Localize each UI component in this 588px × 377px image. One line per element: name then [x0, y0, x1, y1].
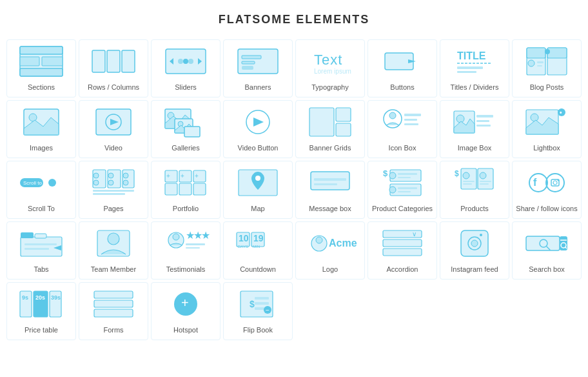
search-box-icon: [515, 226, 578, 261]
product-categories-label: Product Categories: [372, 204, 433, 213]
svg-text:$: $: [383, 168, 388, 178]
galleries-icon: [154, 105, 217, 139]
svg-rect-5: [92, 50, 105, 72]
grid-item-search-box[interactable]: Search box: [512, 221, 582, 280]
grid-item-banners[interactable]: Banners: [223, 39, 293, 97]
svg-rect-4: [20, 68, 63, 76]
grid-item-video[interactable]: Video: [79, 100, 148, 158]
svg-text:Text: Text: [314, 52, 342, 68]
grid-item-countdown[interactable]: 10 DAYS 19 MIN Countdown: [223, 221, 293, 280]
grid-item-accordion[interactable]: ∨ Accordion: [368, 221, 437, 280]
svg-rect-160: [94, 309, 133, 317]
svg-rect-114: [21, 237, 62, 256]
grid-item-icon-box[interactable]: Icon Box: [368, 100, 437, 158]
video-icon: [82, 105, 145, 139]
buttons-label: Buttons: [390, 83, 414, 92]
grid-item-pages[interactable]: Pages: [79, 161, 148, 219]
grid-item-message-box[interactable]: Message box: [295, 161, 365, 219]
svg-rect-81: [193, 183, 206, 195]
svg-point-101: [463, 172, 469, 179]
grid-item-forms[interactable]: Forms: [79, 282, 148, 340]
svg-rect-75: [93, 193, 125, 195]
grid-item-price-table[interactable]: 9s 20s 39s Price table: [6, 282, 76, 340]
grid-item-sliders[interactable]: Sliders: [151, 39, 220, 97]
lightbox-icon: •: [515, 105, 578, 139]
svg-rect-46: [336, 108, 351, 121]
svg-rect-88: [314, 178, 346, 181]
grid-item-typography[interactable]: Text Lorem ipsum Typography: [295, 39, 365, 97]
portfolio-label: Portfolio: [173, 204, 199, 213]
grid-item-portfolio[interactable]: + + + Portfolio: [151, 161, 220, 219]
grid-item-lightbox[interactable]: • Lightbox: [512, 100, 582, 158]
svg-point-135: [316, 237, 322, 243]
svg-point-70: [108, 180, 113, 185]
svg-rect-159: [94, 300, 133, 307]
svg-rect-7: [122, 50, 135, 72]
svg-point-96: [389, 187, 396, 193]
share-follow-icons-icon: f: [515, 165, 578, 200]
grid-item-titles-dividers[interactable]: TITLE Titles / Dividers: [440, 39, 509, 97]
blog-posts-label: Blog Posts: [530, 83, 564, 92]
grid-item-flip-book[interactable]: $ − Flip Book: [223, 282, 293, 340]
svg-text:MIN: MIN: [253, 245, 260, 249]
grid-item-products[interactable]: $ Products: [440, 161, 509, 219]
svg-text:•: •: [560, 109, 562, 116]
svg-rect-45: [309, 108, 334, 136]
svg-rect-106: [480, 181, 491, 182]
svg-text:+: +: [181, 296, 189, 310]
svg-text:TITLE: TITLE: [457, 50, 486, 61]
grid-item-image-box[interactable]: Image Box: [440, 100, 509, 158]
grid-item-rows-columns[interactable]: Rows / Columns: [79, 39, 148, 97]
svg-text:$: $: [250, 299, 255, 309]
tabs-label: Tabs: [34, 265, 48, 274]
grid-item-testimonials[interactable]: ★ ★ ★ Testimonials: [151, 221, 220, 280]
grid-item-blog-posts[interactable]: Blog Posts: [512, 39, 582, 97]
grid-item-hotspot[interactable]: + Hotspot: [151, 282, 220, 340]
image-box-icon: [443, 105, 506, 139]
hotspot-label: Hotspot: [173, 325, 198, 334]
svg-text:Acme: Acme: [329, 238, 357, 249]
svg-rect-102: [463, 181, 475, 182]
grid-item-galleries[interactable]: Galleries: [151, 100, 220, 158]
svg-rect-15: [242, 56, 261, 59]
svg-rect-6: [107, 50, 120, 72]
video-button-icon: [226, 105, 289, 139]
svg-text:9s: 9s: [22, 294, 28, 301]
grid-item-sections[interactable]: Sections: [6, 39, 76, 97]
svg-rect-26: [527, 48, 545, 58]
svg-text:Lorem ipsum: Lorem ipsum: [314, 68, 351, 75]
team-member-icon: [82, 226, 145, 261]
grid-item-images[interactable]: Images: [6, 100, 76, 158]
map-label: Map: [251, 204, 264, 213]
svg-rect-166: [255, 302, 269, 305]
svg-text:−: −: [266, 307, 270, 314]
svg-point-54: [456, 115, 464, 123]
grid-item-share-follow-icons[interactable]: f Share / follow icons: [512, 161, 582, 219]
grid-item-instagram-feed[interactable]: Instagram feed: [440, 221, 509, 280]
forms-icon: [82, 287, 145, 321]
grid-item-scroll-to[interactable]: Scroll to Scroll To: [6, 161, 76, 219]
pages-icon: [82, 165, 145, 200]
svg-point-72: [123, 173, 128, 178]
svg-point-108: [529, 174, 547, 192]
svg-rect-80: [179, 183, 191, 195]
price-table-label: Price table: [24, 325, 58, 334]
grid-item-product-categories[interactable]: $ Product Categories: [368, 161, 437, 219]
svg-rect-55: [476, 115, 493, 117]
svg-point-9: [178, 59, 183, 64]
svg-rect-104: [478, 168, 493, 189]
svg-rect-47: [336, 123, 351, 136]
svg-rect-2: [20, 57, 39, 66]
svg-text:+: +: [195, 172, 199, 179]
grid-item-banner-grids[interactable]: Banner Grids: [295, 100, 365, 158]
grid-item-buttons[interactable]: Buttons: [368, 39, 437, 97]
grid-item-logo[interactable]: Acme Logo: [295, 221, 365, 280]
grid-item-video-button[interactable]: Video Button: [223, 100, 293, 158]
grid-item-team-member[interactable]: Team Member: [79, 221, 148, 280]
buttons-icon: [371, 44, 434, 79]
svg-point-110: [546, 174, 564, 192]
svg-rect-89: [314, 183, 337, 185]
price-table-icon: 9s 20s 39s: [10, 287, 73, 321]
grid-item-tabs[interactable]: Tabs: [6, 221, 76, 280]
grid-item-map[interactable]: Map: [223, 161, 293, 219]
